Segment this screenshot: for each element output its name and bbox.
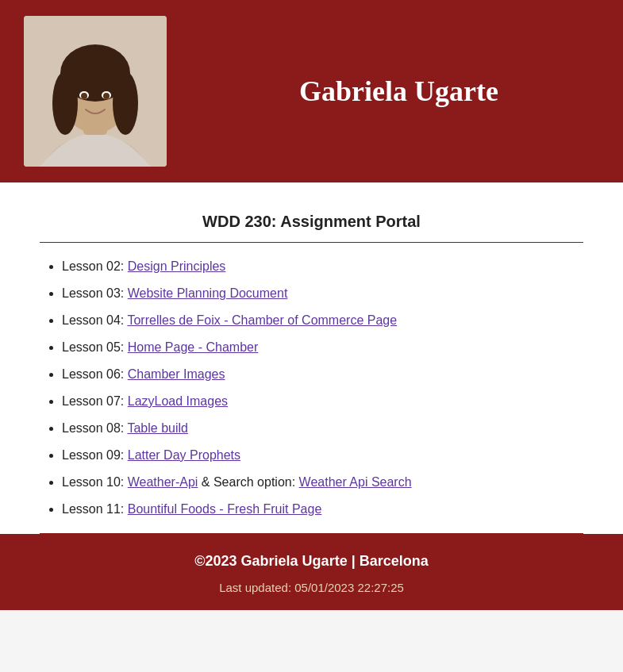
lesson-link[interactable]: Design Principles bbox=[128, 259, 226, 273]
footer-copyright: ©2023 Gabriela Ugarte | Barcelona bbox=[16, 553, 607, 570]
page-footer: ©2023 Gabriela Ugarte | Barcelona Last u… bbox=[0, 534, 623, 610]
list-item: Lesson 11: Bountiful Foods - Fresh Fruit… bbox=[62, 500, 583, 519]
lesson-label: Lesson 09: bbox=[62, 448, 128, 462]
list-item: Lesson 02: Design Principles bbox=[62, 257, 583, 276]
lesson-link[interactable]: Table build bbox=[127, 421, 188, 435]
top-divider bbox=[40, 242, 583, 243]
list-item: Lesson 06: Chamber Images bbox=[62, 365, 583, 384]
avatar-wrapper bbox=[24, 16, 167, 167]
lesson-label: Lesson 04: bbox=[62, 313, 127, 327]
list-item: Lesson 08: Table build bbox=[62, 419, 583, 438]
page-header: Gabriela Ugarte bbox=[0, 0, 623, 182]
lesson-label: Lesson 10: bbox=[62, 475, 128, 489]
lesson-label: Lesson 05: bbox=[62, 340, 128, 354]
list-item: Lesson 07: LazyLoad Images bbox=[62, 392, 583, 411]
svg-point-6 bbox=[113, 71, 138, 135]
lesson-link[interactable]: Torrelles de Foix - Chamber of Commerce … bbox=[127, 313, 397, 327]
lesson-label: Lesson 07: bbox=[62, 394, 128, 408]
svg-point-9 bbox=[81, 93, 87, 99]
lesson-link[interactable]: Home Page - Chamber bbox=[128, 340, 259, 354]
lesson-link[interactable]: Weather-Api bbox=[128, 475, 198, 489]
lesson-label: Lesson 02: bbox=[62, 259, 128, 273]
svg-point-5 bbox=[52, 71, 78, 135]
main-content: WDD 230: Assignment Portal Lesson 02: De… bbox=[0, 182, 623, 534]
lesson-link[interactable]: Chamber Images bbox=[128, 367, 225, 381]
lesson-link[interactable]: Bountiful Foods - Fresh Fruit Page bbox=[128, 502, 322, 516]
lesson-link[interactable]: Website Planning Document bbox=[128, 286, 288, 300]
lesson-label: Lesson 06: bbox=[62, 367, 128, 381]
page-title: WDD 230: Assignment Portal bbox=[40, 198, 583, 242]
list-item: Lesson 09: Latter Day Prophets bbox=[62, 446, 583, 465]
avatar bbox=[24, 16, 167, 167]
lesson-link[interactable]: LazyLoad Images bbox=[128, 394, 228, 408]
lesson-link[interactable]: Latter Day Prophets bbox=[128, 448, 240, 462]
lesson-link-secondary[interactable]: Weather Api Search bbox=[299, 475, 412, 489]
svg-point-10 bbox=[103, 93, 110, 99]
list-item: Lesson 05: Home Page - Chamber bbox=[62, 338, 583, 357]
lesson-list: Lesson 02: Design Principles Lesson 03: … bbox=[40, 257, 583, 519]
list-item: Lesson 04: Torrelles de Foix - Chamber o… bbox=[62, 311, 583, 330]
lesson-label: Lesson 03: bbox=[62, 286, 128, 300]
lesson-label: Lesson 08: bbox=[62, 421, 127, 435]
list-item: Lesson 03: Website Planning Document bbox=[62, 284, 583, 303]
footer-updated: Last updated: 05/01/2023 22:27:25 bbox=[16, 581, 607, 594]
list-item: Lesson 10: Weather-Api & Search option: … bbox=[62, 473, 583, 492]
user-name: Gabriela Ugarte bbox=[198, 75, 599, 108]
lesson-label: Lesson 11: bbox=[62, 502, 128, 516]
lesson-suffix: & Search option: bbox=[202, 475, 299, 489]
